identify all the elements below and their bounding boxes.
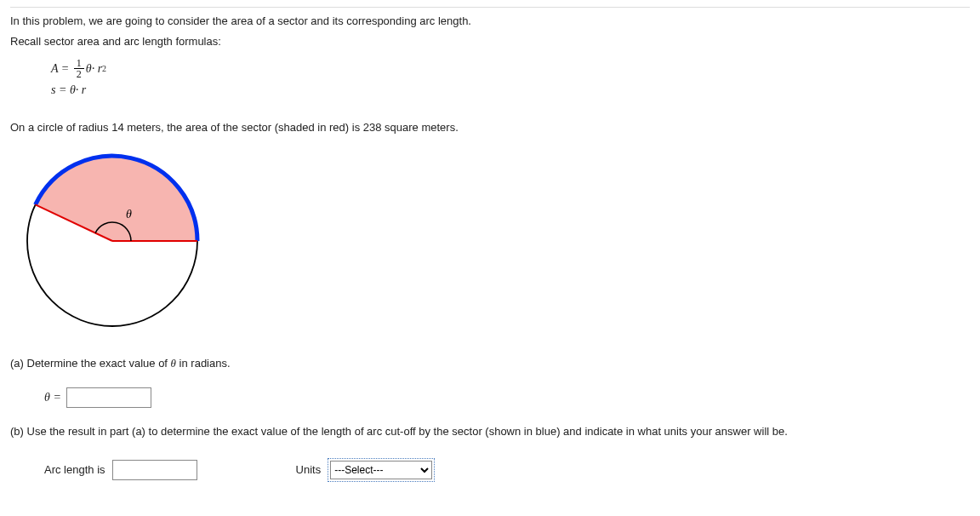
circle-diagram: θ	[19, 152, 970, 335]
theta-label: θ	[126, 208, 132, 221]
part-a-prompt-suffix: in radians.	[176, 357, 231, 370]
arc-length-input[interactable]	[112, 460, 197, 480]
part-b-prompt: (b) Use the result in part (a) to determ…	[10, 425, 788, 438]
units-label: Units	[296, 462, 322, 479]
top-divider	[10, 7, 970, 8]
arc-length-label: Arc length is	[44, 462, 105, 479]
part-b: (b) Use the result in part (a) to determ…	[10, 423, 970, 483]
sector-fill	[36, 156, 197, 241]
part-a-answer-row: θ =	[44, 387, 970, 408]
theta-equals-label: θ =	[44, 388, 61, 406]
theta-input[interactable]	[66, 387, 151, 408]
area-lhs: A =	[51, 60, 69, 77]
units-select[interactable]: ---Select---	[330, 461, 432, 479]
problem-statement: On a circle of radius 14 meters, the are…	[10, 119, 970, 136]
area-rhs: θ· r	[86, 60, 102, 77]
units-select-wrap: ---Select---	[328, 458, 435, 482]
fraction-one-half: 1 2	[74, 58, 84, 79]
arc-formula: s = θ· r	[51, 81, 970, 99]
sector-svg: θ	[19, 152, 206, 330]
fraction-denominator: 2	[74, 69, 84, 79]
area-exponent: 2	[102, 62, 106, 75]
part-b-answer-row: Arc length is Units ---Select---	[44, 458, 970, 482]
intro-line-2: Recall sector area and arc length formul…	[10, 33, 970, 50]
intro-line-1: In this problem, we are going to conside…	[10, 13, 970, 30]
area-formula: A = 1 2 θ· r 2	[51, 58, 970, 79]
part-a-prompt-prefix: (a) Determine the exact value of	[10, 357, 171, 370]
formulas-block: A = 1 2 θ· r 2 s = θ· r	[51, 58, 970, 99]
part-a: (a) Determine the exact value of θ in ra…	[10, 355, 970, 408]
